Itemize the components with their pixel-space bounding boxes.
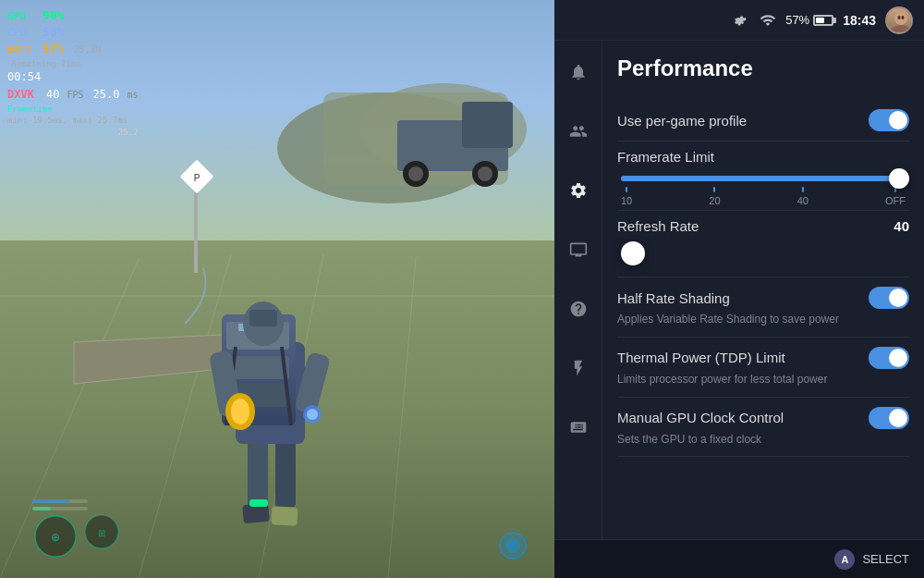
panel-body: Performance Use per-game profile Framera… (554, 41, 924, 578)
settings-title: Performance (617, 55, 909, 81)
game-viewport: P ⊕ (0, 0, 554, 578)
wifi-icon (760, 12, 776, 29)
sidebar (554, 41, 602, 578)
svg-point-7 (408, 166, 423, 181)
half-rate-shading-header: Half Rate Shading (617, 287, 909, 309)
svg-point-54 (890, 25, 912, 34)
svg-rect-23 (271, 506, 298, 525)
manual-gpu-clock-toggle[interactable] (869, 407, 909, 429)
manual-gpu-clock-desc: Sets the GPU to a fixed clock (617, 432, 909, 448)
hud-frametime-label: Frametime (7, 104, 138, 116)
battery-pct-text: 57% (785, 13, 809, 27)
tick-40: 40 (797, 187, 808, 206)
hud-batt-watts: 25.2W (73, 43, 101, 56)
svg-rect-42 (249, 499, 268, 507)
hud-batt-val: 57% (43, 41, 64, 57)
select-hint: A SELECT (834, 549, 909, 570)
tick-20: 20 (709, 187, 720, 206)
hud-cpu-label: CPU (7, 26, 37, 40)
hud-ms-val: 25.0 (93, 87, 120, 103)
sidebar-item-keyboard[interactable] (562, 411, 595, 444)
hud-batt-label: BATT (7, 43, 37, 56)
framerate-slider-track[interactable] (621, 176, 906, 181)
svg-text:⊞: ⊞ (98, 528, 105, 538)
svg-point-56 (902, 16, 905, 19)
select-label: SELECT (862, 552, 909, 566)
svg-rect-50 (32, 507, 51, 510)
sidebar-item-settings[interactable] (562, 174, 595, 207)
framerate-limit-section: Framerate Limit 10 20 (617, 141, 909, 211)
tdp-limit-desc: Limits processor power for less total po… (617, 372, 909, 387)
half-rate-shading-setting: Half Rate Shading Applies Variable Rate … (617, 277, 909, 338)
svg-rect-39 (249, 310, 277, 326)
hud-gpu-label: GPU (7, 9, 37, 23)
half-rate-shading-label: Half Rate Shading (617, 290, 730, 306)
setting-per-game-profile: Use per-game profile (617, 100, 909, 141)
refresh-rate-section: Refresh Rate 40 (617, 211, 909, 277)
settings-panel: Performance Use per-game profile Framera… (602, 41, 924, 578)
half-rate-shading-toggle[interactable] (869, 287, 909, 309)
svg-point-9 (478, 166, 492, 181)
tick-10: 10 (621, 187, 632, 206)
bottom-bar: A SELECT (554, 539, 924, 578)
svg-point-52 (505, 538, 520, 553)
hud-dxvk-label: DXVK (7, 87, 41, 103)
svg-rect-20 (248, 435, 268, 509)
a-button[interactable]: A (834, 549, 855, 570)
hud-overlay: GPU 90% CPU 58% BATT 57% 25.2W Remaining… (7, 7, 138, 139)
avatar[interactable] (885, 6, 913, 34)
svg-text:⊕: ⊕ (51, 531, 60, 544)
refresh-rate-slider[interactable] (621, 241, 906, 265)
tdp-limit-header: Thermal Power (TDP) Limit (617, 347, 909, 369)
per-game-profile-toggle[interactable] (869, 109, 909, 131)
manual-gpu-clock-header: Manual GPU Clock Control (617, 407, 909, 429)
battery-icon (813, 15, 833, 26)
clock-display: 18:43 (843, 13, 876, 28)
svg-rect-5 (462, 102, 513, 148)
hud-cpu-val: 58% (43, 24, 64, 41)
tick-off: OFF (885, 187, 906, 206)
svg-rect-17 (194, 180, 198, 273)
hud-ms-unit: ms (127, 89, 138, 102)
svg-rect-48 (32, 499, 69, 503)
settings-gear-icon (732, 12, 748, 29)
hud-fps-val: 40 (46, 87, 59, 103)
svg-point-53 (894, 12, 907, 25)
refresh-rate-thumb[interactable] (621, 241, 645, 265)
hud-remaining-time: 00:54 (7, 69, 41, 85)
svg-point-37 (307, 409, 318, 420)
sidebar-item-power[interactable] (562, 351, 595, 385)
half-rate-shading-desc: Applies Variable Rate Shading to save po… (617, 312, 909, 327)
tdp-limit-label: Thermal Power (TDP) Limit (617, 350, 785, 365)
sidebar-item-notifications[interactable] (562, 55, 595, 89)
refresh-rate-value: 40 (894, 218, 909, 234)
svg-point-41 (231, 399, 249, 424)
per-game-profile-label: Use per-game profile (617, 113, 747, 129)
manual-gpu-clock-setting: Manual GPU Clock Control Sets the GPU to… (617, 398, 909, 458)
refresh-rate-header: Refresh Rate 40 (617, 218, 909, 234)
hud-remaining-label: Remaining Time (11, 58, 81, 70)
right-panel: 57% 18:43 (554, 0, 924, 578)
tdp-limit-toggle[interactable] (869, 347, 909, 369)
svg-point-55 (898, 16, 901, 19)
hud-frametime-detail: min: 19.5ms, max: 25.7ms (7, 115, 138, 127)
tdp-limit-setting: Thermal Power (TDP) Limit Limits process… (617, 338, 909, 398)
status-bar: 57% 18:43 (554, 0, 924, 41)
svg-text:P: P (194, 173, 201, 183)
sidebar-item-help[interactable] (562, 292, 595, 326)
sidebar-item-friends[interactable] (562, 115, 595, 148)
battery-display: 57% (785, 13, 833, 27)
manual-gpu-clock-label: Manual GPU Clock Control (617, 410, 784, 425)
framerate-limit-label: Framerate Limit (617, 149, 909, 165)
refresh-rate-label: Refresh Rate (617, 218, 699, 234)
hud-frametime-val: 25.2 (7, 127, 138, 139)
hud-fps-unit: FPS (67, 89, 83, 102)
sidebar-item-display[interactable] (562, 233, 595, 266)
framerate-ticks: 10 20 40 OFF (621, 187, 906, 206)
hud-gpu-val: 90% (43, 7, 64, 24)
